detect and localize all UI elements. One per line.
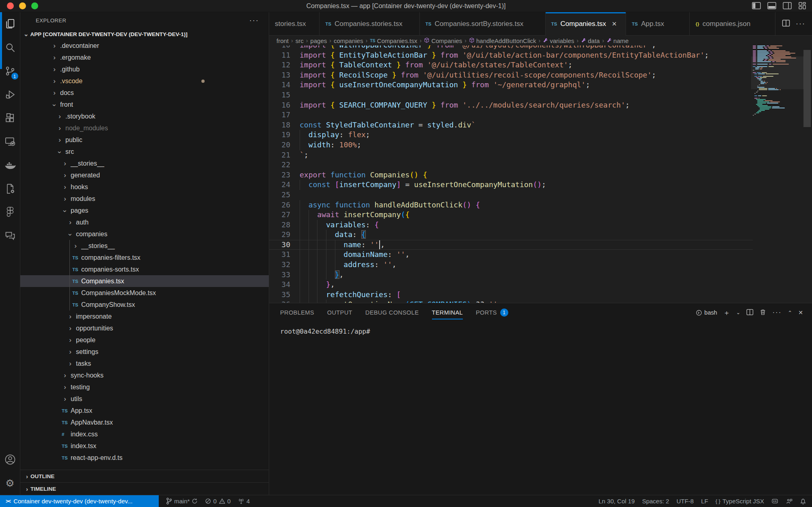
tree-folder-opportunities[interactable]: ›opportunities [20, 322, 269, 334]
timeline-section-header[interactable]: › TIMELINE [20, 482, 269, 495]
tree-folder-testing[interactable]: ›testing [20, 381, 269, 393]
run-and-debug-icon[interactable] [0, 83, 20, 106]
tree-folder--stories-[interactable]: ›__stories__ [20, 157, 269, 169]
search-icon[interactable] [0, 36, 20, 59]
tree-file-index-tsx[interactable]: TSindex.tsx [20, 440, 269, 452]
tree-file-app-tsx[interactable]: TSApp.tsx [20, 405, 269, 416]
breadcrumb-item-data[interactable]: data [581, 37, 600, 44]
code-line-10[interactable]: 10import { WithTopBarContainer } from '@… [269, 45, 753, 50]
tree-folder-pages[interactable]: ›pages [20, 205, 269, 216]
breadcrumb-item-pages[interactable]: pages [310, 37, 327, 44]
code-line-25[interactable]: 25 [269, 190, 753, 200]
terminal-dropdown-icon[interactable]: ⌄ [736, 310, 740, 315]
tree-file-companyshow-tsx[interactable]: TSCompanyShow.tsx [20, 299, 269, 311]
tree-folder-modules[interactable]: ›modules [20, 193, 269, 205]
panel-tab-debug-console[interactable]: DEBUG CONSOLE [365, 303, 419, 322]
code-line-33[interactable]: 33}, [269, 270, 753, 280]
breadcrumb-item-companies-tsx[interactable]: TSCompanies.tsx [370, 37, 417, 44]
editor-tab-stories-tsx[interactable]: stories.tsx [269, 12, 320, 36]
explorer-icon[interactable] [0, 12, 20, 36]
tree-folder-front[interactable]: ›front [20, 99, 269, 110]
close-window-button[interactable] [7, 2, 14, 9]
accounts-icon[interactable] [0, 448, 20, 471]
code-line-24[interactable]: 24const [insertCompany] = useInsertOneCo… [269, 180, 753, 190]
tree-folder-impersonate[interactable]: ›impersonate [20, 311, 269, 322]
tree-file-companiesmockmode-tsx[interactable]: TSCompaniesMockMode.tsx [20, 287, 269, 299]
tree-folder-sync-hooks[interactable]: ›sync-hooks [20, 369, 269, 381]
editor-tab-companies-stories-tsx[interactable]: TSCompanies.stories.tsx [320, 12, 419, 36]
code-line-14[interactable]: 14import { useInsertOneCompanyMutation }… [269, 80, 753, 90]
editor-tab-app-tsx[interactable]: TSApp.tsx [626, 12, 690, 36]
source-control-icon[interactable]: 1 [0, 59, 20, 83]
remote-explorer-icon[interactable] [0, 130, 20, 153]
ports-forwarded-status[interactable]: 4 [238, 498, 250, 505]
tree-folder-utils[interactable]: ›utils [20, 393, 269, 405]
code-line-15[interactable]: 15 [269, 90, 753, 100]
code-line-12[interactable]: 12import { TableContext } from '@/ui/tab… [269, 60, 753, 70]
panel-more-actions-icon[interactable]: ··· [772, 309, 782, 317]
breadcrumb-item-handleaddbuttonclick[interactable]: handleAddButtonClick [469, 37, 536, 44]
code-line-26[interactable]: 26async function handleAddButtonClick() … [269, 200, 753, 210]
code-editor[interactable]: 10import { WithTopBarContainer } from '@… [269, 45, 812, 303]
terminal[interactable]: root@0a42ecd84891:/app# [269, 322, 812, 495]
workspace-section-header[interactable]: ⌄ APP [CONTAINER DEV-TWENTY-DEV (DEV-TWE… [20, 28, 269, 40]
close-tab-icon[interactable]: ✕ [612, 20, 617, 28]
editor-tab-companies-sortby-stories-tsx[interactable]: TSCompanies.sortBy.stories.tsx [420, 12, 546, 36]
split-terminal-icon[interactable] [746, 309, 754, 317]
panel-tab-ports[interactable]: PORTS1 [476, 303, 508, 322]
code-line-21[interactable]: 21`; [269, 150, 753, 160]
toggle-panel-icon[interactable] [767, 2, 776, 10]
minimize-window-button[interactable] [19, 2, 26, 9]
tree-file-index-css[interactable]: #index.css [20, 428, 269, 440]
problems-status[interactable]: 0 0 [205, 498, 231, 505]
zoom-window-button[interactable] [31, 2, 38, 9]
code-line-19[interactable]: 19display: flex; [269, 130, 753, 140]
tree-folder--devcontainer[interactable]: ›.devcontainer [20, 40, 269, 52]
code-line-20[interactable]: 20width: 100%; [269, 140, 753, 150]
code-line-23[interactable]: 23export function Companies() { [269, 170, 753, 180]
code-line-34[interactable]: 34}, [269, 280, 753, 290]
code-line-17[interactable]: 17 [269, 110, 753, 120]
notifications-bell-icon[interactable] [800, 498, 806, 505]
docker-icon[interactable] [0, 153, 20, 177]
code-line-30[interactable]: 30name: '', [269, 240, 753, 250]
breadcrumb-item-name[interactable]: name [607, 37, 629, 44]
tree-file-companies-tsx[interactable]: TSCompanies.tsx [20, 275, 269, 287]
tree-folder-public[interactable]: ›public [20, 134, 269, 146]
tree-folder--github[interactable]: ›.github [20, 63, 269, 75]
tree-folder-node-modules[interactable]: ›node_modules [20, 122, 269, 134]
tree-folder-generated[interactable]: ›generated [20, 169, 269, 181]
editor-tab-companies-json[interactable]: {}companies.json [690, 12, 775, 36]
shell-selector[interactable]: bash [696, 309, 717, 316]
cursor-position-status[interactable]: Ln 30, Col 19 [598, 498, 635, 505]
outline-section-header[interactable]: › OUTLINE [20, 470, 269, 482]
remote-indicator[interactable]: >< Container dev-twenty-dev (dev-twenty-… [0, 495, 159, 507]
language-mode-status[interactable]: { } TypeScript JSX [715, 498, 764, 505]
close-panel-icon[interactable]: ✕ [798, 309, 803, 316]
settings-gear-icon[interactable]: ⚙ [0, 471, 20, 495]
panel-tab-problems[interactable]: PROBLEMS [280, 303, 314, 322]
tree-file-appnavbar-tsx[interactable]: TSAppNavbar.tsx [20, 416, 269, 428]
extensions-icon[interactable] [0, 106, 20, 130]
toggle-primary-sidebar-icon[interactable] [752, 2, 761, 10]
code-line-22[interactable]: 22 [269, 160, 753, 170]
tree-folder-companies[interactable]: ›companies [20, 228, 269, 240]
panel-tab-output[interactable]: OUTPUT [327, 303, 352, 322]
feedback-icon[interactable] [786, 498, 793, 505]
tree-folder-auth[interactable]: ›auth [20, 216, 269, 228]
tree-folder--ergomake[interactable]: ›.ergomake [20, 52, 269, 63]
tree-folder-settings[interactable]: ›settings [20, 346, 269, 358]
code-line-13[interactable]: 13import { RecoilScope } from '@/ui/util… [269, 70, 753, 80]
breadcrumb-item-front[interactable]: front [276, 37, 289, 44]
maximize-panel-icon[interactable]: ⌃ [788, 310, 792, 316]
tree-folder-docs[interactable]: ›docs [20, 87, 269, 99]
breadcrumb-item-variables[interactable]: variables [543, 37, 574, 44]
tree-file-companies-sorts-tsx[interactable]: TScompanies-sorts.tsx [20, 263, 269, 275]
kill-terminal-icon[interactable] [760, 309, 766, 317]
tree-file-companies-filters-tsx[interactable]: TScompanies-filters.tsx [20, 252, 269, 263]
code-line-36[interactable]: 36getOperationName(GET_COMPANIES) ?? '', [269, 300, 753, 303]
tree-folder--storybook[interactable]: ›.storybook [20, 110, 269, 122]
code-line-32[interactable]: 32address: '', [269, 260, 753, 270]
copilot-status-icon[interactable] [771, 498, 778, 504]
code-line-27[interactable]: 27await insertCompany({ [269, 210, 753, 220]
